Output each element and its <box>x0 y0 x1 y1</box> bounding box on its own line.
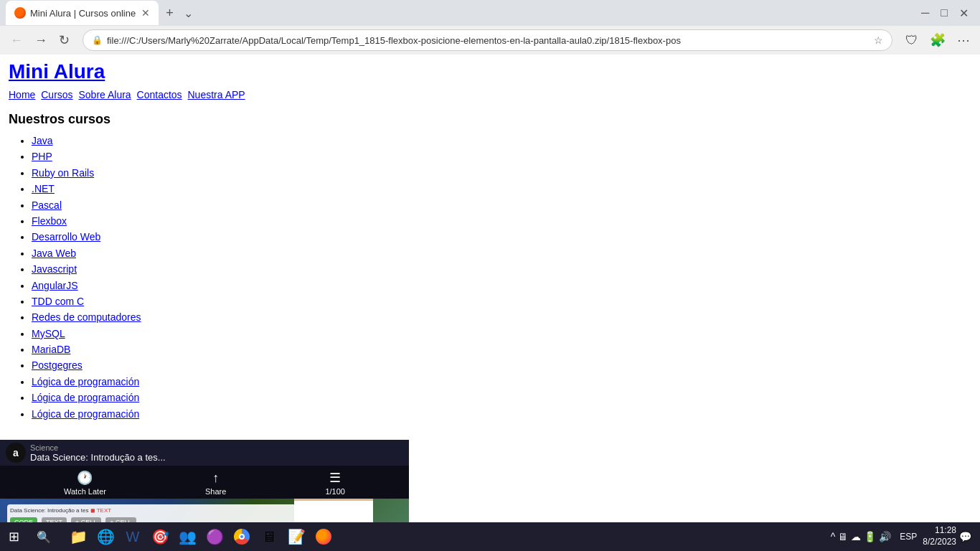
course-javaweb[interactable]: Java Web <box>32 248 76 259</box>
browser-toolbar: ← → ↻ 🔒 ☆ 🛡 🧩 ⋯ <box>0 26 980 55</box>
course-ruby[interactable]: Ruby on Rails <box>32 167 94 179</box>
yt-watch-later-label: Watch Later <box>64 487 106 496</box>
taskbar-apps: 📁 🌐 W 🎯 👥 🟣 🖥 📝 <box>60 524 342 550</box>
list-item: Redes de computadores <box>32 309 971 325</box>
chevron-up-icon[interactable]: ^ <box>831 531 836 542</box>
notification-icon[interactable]: 💬 <box>959 531 971 542</box>
refresh-button[interactable]: ↻ <box>55 29 74 51</box>
time-display: 11:28 <box>923 525 956 537</box>
course-web[interactable]: Desarrollo Web <box>32 231 100 242</box>
youtube-overlay: a Science Data Science: Introdução a tes… <box>0 440 409 522</box>
course-pascal[interactable]: Pascal <box>32 199 62 211</box>
nav-home[interactable]: Home <box>9 89 35 100</box>
taskbar-system-icons: ^ 🖥 ☁ 🔋 🔊 <box>831 531 892 542</box>
clock-icon: 🕐 <box>77 470 93 486</box>
course-logica3[interactable]: Lógica de programación <box>32 408 139 420</box>
yt-share-label: Share <box>205 487 226 496</box>
list-item: Lógica de programación <box>32 406 971 422</box>
list-item: .NET <box>32 181 971 197</box>
yt-video-title: Data Science: Introdução a tes... <box>30 452 166 463</box>
course-mariadb[interactable]: MariaDB <box>32 344 70 355</box>
cell-chip2: + CELL <box>105 517 136 522</box>
list-item: MariaDB <box>32 342 971 357</box>
bookmark-icon[interactable]: ☆ <box>874 34 883 46</box>
network-icon[interactable]: 🖥 <box>838 531 848 542</box>
language-indicator: ESP <box>900 532 917 542</box>
yt-share[interactable]: ↑ Share <box>205 471 226 496</box>
tab-close-button[interactable]: ✕ <box>141 7 150 19</box>
code-chip: CODE <box>10 517 37 522</box>
list-item: Java Web <box>32 245 971 261</box>
course-logica1[interactable]: Lógica de programación <box>32 376 139 387</box>
taskbar-explorer[interactable]: 📁 <box>65 524 91 550</box>
section-heading: Nuestros cursos <box>9 112 971 127</box>
course-flexbox[interactable]: Flexbox <box>32 215 67 227</box>
yt-watch-later[interactable]: 🕐 Watch Later <box>64 470 106 496</box>
course-mysql[interactable]: MySQL <box>32 328 65 339</box>
page-content: Mini Alura Home Cursos Sobre Alura Conta… <box>0 55 980 522</box>
taskbar-teams[interactable]: 👥 <box>174 524 200 550</box>
taskbar-app4[interactable]: 🎯 <box>147 524 173 550</box>
list-item: Pascal <box>32 197 971 213</box>
back-button[interactable]: ← <box>6 30 27 51</box>
course-logica2[interactable]: Lógica de programación <box>32 392 139 403</box>
forward-button[interactable]: → <box>30 30 52 51</box>
nav-sobre[interactable]: Sobre Alura <box>79 89 131 100</box>
yt-queue-label: 1/100 <box>325 487 345 496</box>
text-chip: TEXT <box>42 517 67 522</box>
taskbar-clock: 11:28 8/2/2023 <box>923 525 956 547</box>
new-tab-button[interactable]: + <box>161 6 178 21</box>
yt-top-bar: a Science Data Science: Introdução a tes… <box>0 440 409 466</box>
course-tdd[interactable]: TDD com C <box>32 296 84 307</box>
taskbar-vscode[interactable]: 📝 <box>283 524 309 550</box>
address-bar-container: 🔒 ☆ <box>83 29 892 51</box>
taskbar-right: ^ 🖥 ☁ 🔋 🔊 ESP 11:28 8/2/2023 💬 <box>822 525 980 547</box>
course-angular[interactable]: AngularJS <box>32 280 78 291</box>
close-button[interactable]: ✕ <box>953 6 974 20</box>
date-display: 8/2/2023 <box>923 537 956 548</box>
taskbar-firefox[interactable] <box>311 524 336 550</box>
list-item: Ruby on Rails <box>32 165 971 181</box>
menu-icon[interactable]: ⋯ <box>953 29 974 51</box>
taskbar-app6[interactable]: 🟣 <box>202 524 227 550</box>
start-button[interactable]: ⊞ <box>0 529 28 545</box>
list-item: Lógica de programación <box>32 390 971 405</box>
yt-category: Science <box>30 443 166 452</box>
course-php[interactable]: PHP <box>32 151 52 162</box>
nav-app[interactable]: Nuestra APP <box>188 89 245 100</box>
search-button[interactable]: 🔍 <box>28 530 60 544</box>
toolbar-right: 🛡 🧩 ⋯ <box>901 29 974 51</box>
taskbar-chrome[interactable] <box>229 524 255 550</box>
course-java[interactable]: Java <box>32 135 53 146</box>
nav-cursos[interactable]: Cursos <box>41 89 72 100</box>
extensions-icon[interactable]: 🧩 <box>925 29 950 51</box>
battery-icon[interactable]: 🔋 <box>864 531 876 542</box>
shield-icon[interactable]: 🛡 <box>901 30 923 51</box>
site-title[interactable]: Mini Alura <box>9 60 105 83</box>
tab-overflow-button[interactable]: ⌄ <box>178 6 199 20</box>
taskbar-app8[interactable]: 🖥 <box>256 524 282 550</box>
yt-queue[interactable]: ☰ 1/100 <box>325 470 345 496</box>
list-item: Javascript <box>32 261 971 277</box>
list-item: Desarrollo Web <box>32 229 971 245</box>
list-item: TDD com C <box>32 293 971 309</box>
active-tab[interactable]: Mini Alura | Cursos online ✕ <box>6 1 159 25</box>
tab-title: Mini Alura | Cursos online <box>30 8 136 19</box>
list-item: Postgegres <box>32 357 971 373</box>
tab-favicon <box>14 7 26 19</box>
minimize-button[interactable]: ─ <box>915 6 935 19</box>
volume-icon[interactable]: 🔊 <box>879 531 891 542</box>
nav-contactos[interactable]: Contactos <box>137 89 182 100</box>
taskbar-edge[interactable]: 🌐 <box>93 524 118 550</box>
cloud-icon[interactable]: ☁ <box>851 531 861 542</box>
course-js[interactable]: Javascript <box>32 263 77 275</box>
chrome-icon <box>234 529 250 545</box>
security-icon: 🔒 <box>92 35 103 45</box>
taskbar-word[interactable]: W <box>120 524 146 550</box>
course-net[interactable]: .NET <box>32 183 55 194</box>
maximize-button[interactable]: □ <box>935 6 953 19</box>
course-postgres[interactable]: Postgegres <box>32 359 83 371</box>
address-bar[interactable] <box>107 35 874 46</box>
course-redes[interactable]: Redes de computadores <box>32 311 141 323</box>
cell-chip1: + CELL <box>71 517 101 522</box>
